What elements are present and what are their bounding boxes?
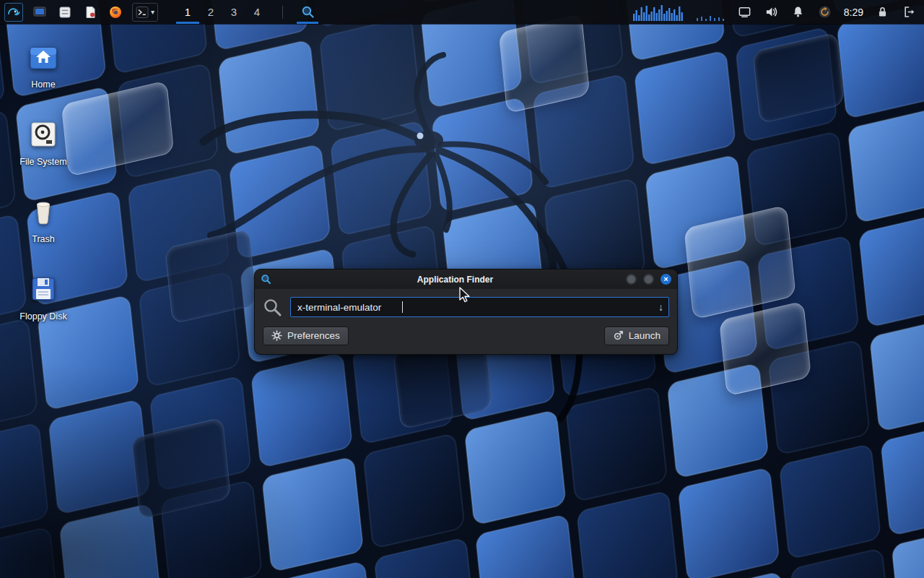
text-editor-icon bbox=[83, 5, 97, 20]
launcher-firefox-button[interactable] bbox=[107, 4, 124, 21]
notifications-icon[interactable] bbox=[790, 4, 806, 20]
search-icon bbox=[263, 298, 282, 317]
desktop-icon-label: Floppy Disk bbox=[19, 311, 66, 322]
display-settings-icon[interactable] bbox=[737, 4, 753, 20]
desktop-icon-label: File System bbox=[19, 157, 66, 167]
panel-separator bbox=[282, 6, 283, 19]
window-title: Application Finder bbox=[298, 275, 612, 285]
workspace-switcher: 1 2 3 4 bbox=[176, 0, 269, 24]
logout-icon[interactable] bbox=[901, 4, 917, 20]
volume-icon[interactable] bbox=[764, 4, 780, 20]
launch-icon bbox=[613, 330, 624, 341]
button-row: Preferences Launch bbox=[262, 327, 670, 345]
minimize-button[interactable] bbox=[626, 274, 637, 285]
updates-icon[interactable] bbox=[817, 4, 833, 20]
desktop-icon-floppy-disk[interactable]: Floppy Disk bbox=[10, 271, 77, 348]
preferences-button[interactable]: Preferences bbox=[263, 327, 349, 345]
launcher-terminal-button[interactable]: ▾ bbox=[132, 3, 158, 22]
desktop-icon-home[interactable]: Home bbox=[10, 39, 77, 116]
kali-menu-button[interactable] bbox=[4, 3, 23, 22]
window-body: ↓ Preferences bbox=[255, 289, 677, 354]
taskbar-application-finder-button[interactable] bbox=[297, 0, 318, 24]
launcher-text-editor-button[interactable] bbox=[82, 4, 99, 21]
search-input[interactable] bbox=[290, 297, 669, 317]
clock[interactable]: 8:29 bbox=[844, 7, 863, 18]
gear-icon bbox=[271, 330, 282, 341]
desktop-icon-list: Home File System Trash Floppy Disk bbox=[10, 39, 77, 348]
close-icon: × bbox=[663, 275, 668, 283]
maximize-button[interactable] bbox=[643, 274, 654, 285]
workspace-button-1[interactable]: 1 bbox=[176, 0, 199, 24]
cpu-graph-bars bbox=[633, 4, 685, 21]
preferences-button-label: Preferences bbox=[287, 330, 340, 341]
terminal-icon bbox=[136, 6, 149, 19]
trash-icon bbox=[27, 196, 59, 228]
close-button[interactable]: × bbox=[661, 274, 671, 285]
search-input-wrap: ↓ bbox=[290, 297, 669, 317]
lock-icon[interactable] bbox=[874, 4, 890, 20]
desktop-icon-label: Home bbox=[31, 79, 55, 90]
floppy-disk-icon bbox=[27, 273, 59, 305]
workspace-button-2[interactable]: 2 bbox=[199, 0, 222, 24]
window-magnifier-icon bbox=[261, 274, 271, 285]
workspace-button-4[interactable]: 4 bbox=[245, 0, 269, 24]
launcher-file-manager-button[interactable] bbox=[56, 4, 74, 21]
network-graph-bars bbox=[696, 4, 726, 21]
workspace-button-3[interactable]: 3 bbox=[222, 0, 245, 24]
network-graph[interactable] bbox=[696, 4, 726, 21]
launch-button-label: Launch bbox=[629, 330, 661, 341]
launch-button[interactable]: Launch bbox=[604, 327, 669, 345]
panel-left: ▾ 1 2 3 4 bbox=[0, 0, 318, 24]
desktop-icon-trash[interactable]: Trash bbox=[10, 194, 77, 271]
application-finder-window: Application Finder × ↓ bbox=[254, 269, 678, 355]
panel-tray: 8:29 bbox=[633, 0, 924, 24]
cpu-graph[interactable] bbox=[633, 4, 685, 21]
text-caret bbox=[402, 301, 403, 313]
chevron-down-icon[interactable]: ▾ bbox=[151, 9, 154, 16]
desktop-icon-label: Trash bbox=[32, 234, 55, 244]
desktop-icon-file-system[interactable]: File System bbox=[10, 116, 77, 194]
application-finder-icon bbox=[301, 5, 315, 19]
home-folder-icon bbox=[27, 41, 59, 73]
file-system-drive-icon bbox=[27, 118, 59, 150]
launcher-files-button[interactable] bbox=[31, 4, 48, 21]
top-panel: ▾ 1 2 3 4 bbox=[0, 0, 924, 24]
search-row: ↓ bbox=[262, 297, 670, 317]
kali-logo-icon bbox=[6, 5, 21, 20]
window-titlebar[interactable]: Application Finder × bbox=[255, 269, 677, 289]
file-manager-icon bbox=[58, 5, 72, 20]
files-icon bbox=[32, 5, 47, 20]
firefox-icon bbox=[108, 5, 123, 20]
window-controls: × bbox=[626, 274, 671, 285]
